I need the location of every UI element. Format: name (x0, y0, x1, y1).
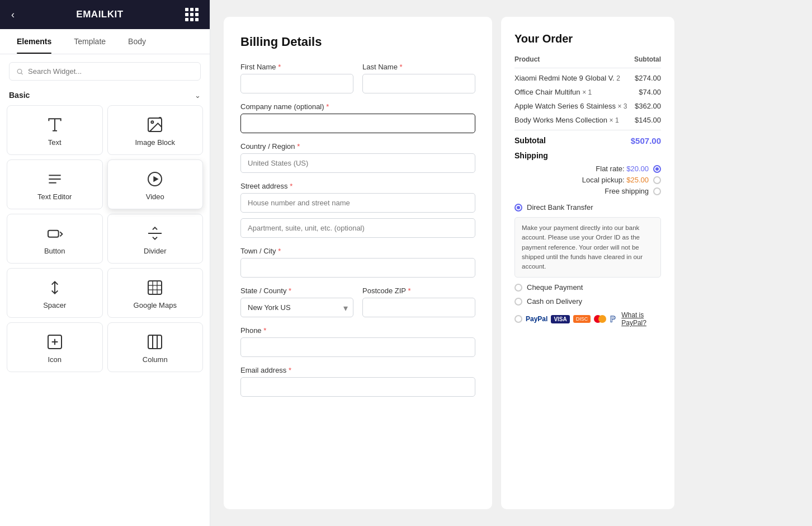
shipping-section: Shipping Flat rate: $20.00 Local pickup:… (514, 151, 661, 195)
widget-column[interactable]: Column (107, 322, 204, 372)
shipping-radio-2[interactable] (653, 187, 661, 195)
last-name-group: Last Name * (362, 63, 475, 93)
svg-rect-17 (148, 335, 162, 349)
last-name-input[interactable] (362, 74, 475, 93)
widget-image-block-label: Image Block (135, 138, 175, 147)
mastercard-logo (594, 315, 606, 323)
order-item-1: Office Chair Multifun × 1 $74.00 (514, 88, 661, 96)
billing-title: Billing Details (240, 35, 475, 49)
subtotal-value: $507.00 (631, 136, 661, 145)
apt-input[interactable] (240, 218, 475, 238)
payment-radio-direct[interactable] (514, 204, 522, 212)
widget-icon[interactable]: Icon (7, 322, 103, 372)
button-icon (46, 224, 64, 242)
company-group: Company name (optional) * (240, 102, 475, 133)
payment-label-cheque: Cheque Payment (527, 283, 583, 292)
widget-google-maps-label: Google Maps (134, 301, 177, 309)
icon-widget-icon (46, 333, 64, 351)
column-icon (146, 333, 164, 351)
widgets-grid: Text Image Block (0, 105, 210, 379)
street-label: Street address * (240, 182, 475, 190)
widget-column-label: Column (143, 355, 168, 364)
widget-text-editor[interactable]: Text Editor (7, 159, 103, 209)
city-label: Town / City * (240, 247, 475, 255)
shipping-label: Shipping (514, 151, 661, 160)
paypal-logo: PayPal (526, 315, 547, 323)
payment-direct-bank[interactable]: Direct Bank Transfer (514, 203, 661, 212)
payment-radio-cheque[interactable] (514, 284, 522, 292)
back-button[interactable]: ‹ (11, 9, 15, 21)
country-group: Country / Region * (240, 142, 475, 173)
item-1-name: Office Chair Multifun × 1 (514, 88, 639, 96)
item-2-name: Apple Watch Series 6 Stainless × 3 (514, 102, 635, 110)
text-icon (46, 116, 64, 134)
phone-label: Phone * (240, 326, 475, 335)
svg-line-1 (21, 73, 22, 74)
google-maps-icon (146, 279, 164, 297)
svg-point-5 (152, 121, 154, 123)
payment-cheque[interactable]: Cheque Payment (514, 283, 661, 292)
payment-label-direct: Direct Bank Transfer (527, 203, 593, 212)
widget-spacer-label: Spacer (43, 301, 66, 309)
search-input[interactable] (28, 67, 193, 76)
item-0-name: Xiaomi Redmi Note 9 Global V. 2 (514, 74, 635, 82)
order-card: Your Order Product Subtotal Xiaomi Redmi… (501, 17, 674, 509)
subtotal-row: Subtotal $507.00 (514, 136, 661, 145)
svg-point-0 (17, 69, 22, 73)
item-1-price: $74.00 (639, 88, 661, 96)
text-editor-icon (46, 170, 64, 188)
paypal-row: PayPal VISA DISC ℙ What is PayPal? (514, 311, 661, 327)
grid-menu-icon[interactable] (185, 8, 199, 21)
what-is-paypal-link[interactable]: What is PayPal? (621, 311, 661, 327)
visa-logo: VISA (551, 315, 569, 323)
widget-text-label: Text (48, 138, 62, 147)
tab-elements[interactable]: Elements (6, 29, 63, 54)
state-select[interactable]: New York US (240, 298, 353, 317)
widget-google-maps[interactable]: Google Maps (107, 268, 204, 318)
email-input[interactable] (240, 377, 475, 397)
widget-button[interactable]: Button (7, 214, 103, 264)
widget-icon-label: Icon (48, 355, 62, 364)
order-item-3: Body Works Mens Collection × 1 $145.00 (514, 116, 661, 124)
postcode-input[interactable] (362, 298, 475, 317)
shipping-radio-1[interactable] (653, 176, 661, 184)
widget-video-label: Video (146, 192, 164, 201)
widget-spacer[interactable]: Spacer (7, 268, 103, 318)
email-label: Email address * (240, 366, 475, 374)
apt-group (240, 218, 475, 238)
item-0-price: $274.00 (635, 74, 661, 82)
order-title: Your Order (514, 32, 661, 45)
app-title: EMAILKIT (76, 9, 123, 20)
tab-body[interactable]: Body (117, 29, 157, 54)
sidebar-header: ‹ EMAILKIT (0, 0, 210, 29)
discover-logo: DISC (573, 315, 591, 323)
col-subtotal: Subtotal (634, 55, 661, 63)
divider-icon (146, 224, 164, 242)
col-product: Product (514, 55, 540, 63)
shipping-radio-0[interactable] (653, 165, 661, 173)
payment-radio-paypal[interactable] (514, 315, 522, 323)
street-input[interactable] (240, 193, 475, 213)
city-group: Town / City * (240, 247, 475, 278)
payment-label-cod: Cash on Delivery (527, 297, 582, 306)
tab-template[interactable]: Template (63, 29, 117, 54)
svg-rect-11 (48, 231, 59, 237)
widget-video[interactable]: Video (107, 159, 204, 209)
first-name-label: First Name * (240, 63, 353, 71)
search-icon (16, 68, 23, 76)
widget-text[interactable]: Text (7, 105, 103, 155)
country-input[interactable] (240, 153, 475, 173)
widget-divider[interactable]: Divider (107, 214, 204, 264)
first-name-group: First Name * (240, 63, 353, 93)
phone-input[interactable] (240, 337, 475, 357)
city-input[interactable] (240, 258, 475, 278)
company-input[interactable] (240, 114, 475, 133)
chevron-down-icon[interactable]: ⌄ (195, 91, 201, 100)
first-name-input[interactable] (240, 74, 353, 93)
sidebar-tabs: Elements Template Body (0, 29, 210, 54)
payment-radio-cod[interactable] (514, 298, 522, 306)
bank-transfer-description: Make your payment directly into our bank… (514, 217, 661, 278)
payment-cod[interactable]: Cash on Delivery (514, 297, 661, 306)
widget-image-block[interactable]: Image Block (107, 105, 204, 155)
payment-methods: Direct Bank Transfer Make your payment d… (514, 203, 661, 327)
